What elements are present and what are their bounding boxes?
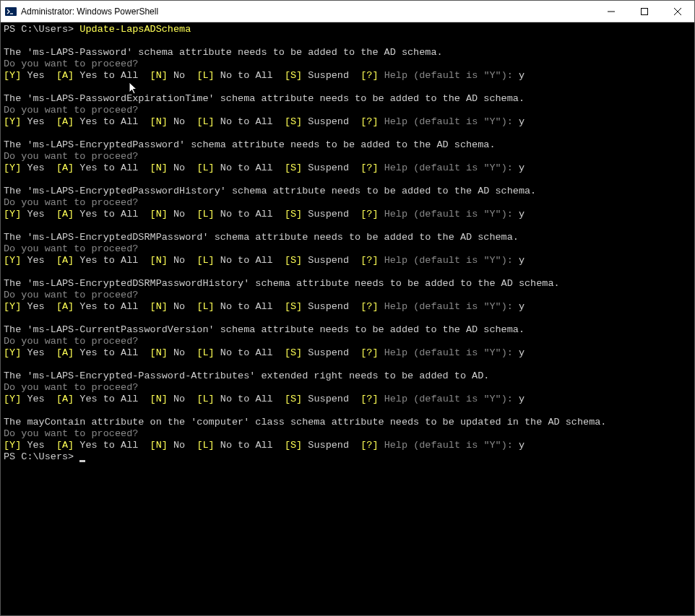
close-button[interactable] (661, 1, 694, 22)
blank-line (4, 82, 691, 93)
options-line: [Y] Yes [A] Yes to All [N] No [L] No to … (4, 301, 691, 313)
proceed-prompt: Do you want to proceed? (4, 105, 691, 116)
options-line: [Y] Yes [A] Yes to All [N] No [L] No to … (4, 440, 691, 451)
proceed-prompt: Do you want to proceed? (4, 58, 691, 70)
window-controls (595, 1, 694, 22)
options-line: [Y] Yes [A] Yes to All [N] No [L] No to … (4, 70, 691, 82)
proceed-prompt: Do you want to proceed? (4, 243, 691, 255)
blank-line (4, 35, 691, 47)
schema-message: The 'ms-LAPS-EncryptedDSRMPassword' sche… (4, 232, 691, 243)
schema-message: The 'ms-LAPS-EncryptedPasswordHistory' s… (4, 186, 691, 197)
schema-message: The 'ms-LAPS-PasswordExpirationTime' sch… (4, 93, 691, 105)
final-prompt: PS C:\Users> (4, 451, 691, 463)
proceed-prompt: Do you want to proceed? (4, 197, 691, 209)
options-line: [Y] Yes [A] Yes to All [N] No [L] No to … (4, 116, 691, 128)
prompt-line: PS C:\Users> Update-LapsADSchema (4, 24, 691, 35)
options-line: [Y] Yes [A] Yes to All [N] No [L] No to … (4, 394, 691, 405)
svg-rect-0 (5, 7, 17, 16)
schema-message: The 'ms-LAPS-CurrentPasswordVersion' sch… (4, 324, 691, 336)
powershell-window: Administrator: Windows PowerShell PS C:\… (0, 0, 695, 616)
proceed-prompt: Do you want to proceed? (4, 382, 691, 394)
minimize-button[interactable] (595, 1, 628, 22)
schema-message: The 'ms-LAPS-EncryptedPassword' schema a… (4, 139, 691, 151)
proceed-prompt: Do you want to proceed? (4, 151, 691, 162)
window-title: Administrator: Windows PowerShell (21, 6, 595, 17)
proceed-prompt: Do you want to proceed? (4, 428, 691, 440)
options-line: [Y] Yes [A] Yes to All [N] No [L] No to … (4, 162, 691, 174)
blank-line (4, 220, 691, 232)
text-cursor (79, 460, 85, 462)
schema-message: The 'ms-LAPS-EncryptedDSRMPasswordHistor… (4, 278, 691, 290)
titlebar[interactable]: Administrator: Windows PowerShell (1, 1, 694, 22)
schema-message: The 'ms-LAPS-Password' schema attribute … (4, 47, 691, 58)
blank-line (4, 313, 691, 324)
proceed-prompt: Do you want to proceed? (4, 290, 691, 301)
blank-line (4, 128, 691, 139)
powershell-icon (5, 6, 17, 17)
options-line: [Y] Yes [A] Yes to All [N] No [L] No to … (4, 347, 691, 359)
schema-message: The mayContain attribute on the 'compute… (4, 417, 691, 428)
svg-rect-3 (642, 8, 648, 14)
blank-line (4, 405, 691, 417)
schema-message: The 'ms-LAPS-Encrypted-Password-Attribut… (4, 370, 691, 382)
options-line: [Y] Yes [A] Yes to All [N] No [L] No to … (4, 255, 691, 266)
blank-line (4, 266, 691, 278)
blank-line (4, 174, 691, 186)
blank-line (4, 359, 691, 370)
options-line: [Y] Yes [A] Yes to All [N] No [L] No to … (4, 209, 691, 220)
terminal-body[interactable]: PS C:\Users> Update-LapsADSchema The 'ms… (1, 22, 694, 615)
maximize-button[interactable] (628, 1, 661, 22)
proceed-prompt: Do you want to proceed? (4, 336, 691, 347)
